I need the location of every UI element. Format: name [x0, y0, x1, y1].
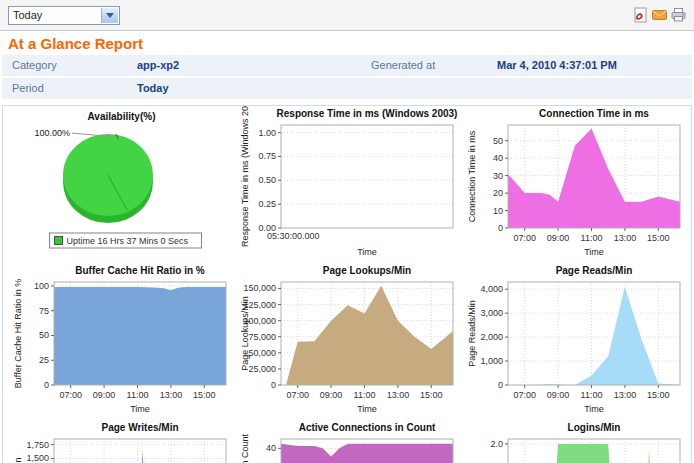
period-value: Today [137, 78, 371, 99]
svg-text:2.0: 2.0 [490, 439, 503, 449]
svg-text:0.25: 0.25 [258, 199, 276, 209]
period-dropdown[interactable]: Today [8, 6, 120, 25]
svg-text:75: 75 [39, 306, 49, 316]
svg-text:Buffer Cache Hit Ratio in %: Buffer Cache Hit Ratio in % [13, 279, 23, 388]
svg-text:50: 50 [493, 136, 503, 146]
svg-text:Time: Time [584, 247, 604, 257]
svg-text:Page Writes/Min: Page Writes/Min [13, 458, 23, 463]
email-icon[interactable] [652, 7, 667, 23]
svg-text:Logins/Min: Logins/Min [568, 422, 621, 433]
toolbar-icons [633, 7, 686, 23]
svg-text:13:00: 13:00 [160, 390, 183, 400]
svg-text:15:00: 15:00 [647, 390, 670, 400]
svg-text:Page Lookups/Min: Page Lookups/Min [323, 265, 411, 276]
info-row-period: Period Today [2, 78, 692, 99]
svg-text:4,000: 4,000 [480, 284, 503, 294]
svg-text:75,000: 75,000 [248, 332, 276, 342]
svg-text:Response Time in ms (Windows 2: Response Time in ms (Windows 2003) [277, 108, 458, 119]
svg-text:150,000: 150,000 [243, 283, 276, 293]
svg-text:Response Time in ms (Windows 2: Response Time in ms (Windows 20 [240, 106, 250, 247]
svg-text:Page Writes/Min: Page Writes/Min [101, 422, 178, 433]
svg-text:40: 40 [266, 443, 276, 453]
svg-text:100: 100 [34, 281, 49, 291]
svg-text:07:00: 07:00 [513, 390, 536, 400]
period-label: Period [12, 78, 137, 99]
svg-text:1.00: 1.00 [258, 128, 276, 138]
svg-text:25: 25 [39, 355, 49, 365]
svg-text:11:00: 11:00 [127, 390, 149, 400]
svg-text:Connection Time in ms: Connection Time in ms [467, 130, 477, 222]
svg-text:0: 0 [498, 380, 503, 390]
svg-text:15:00: 15:00 [193, 390, 216, 400]
print-icon[interactable] [671, 7, 686, 23]
charts-grid: Availability(%)100.00%Uptime 16 Hrs 37 M… [2, 105, 692, 463]
report-info-table: Category app-xp2 Generated at Mar 4, 201… [2, 55, 692, 99]
category-value: app-xp2 [137, 55, 371, 76]
svg-text:Uptime 16 Hrs 37 Mins 0 Secs: Uptime 16 Hrs 37 Mins 0 Secs [67, 236, 189, 246]
chart-active-connections: 01020304007:0009:0011:0013:0015:00Active… [235, 420, 462, 463]
svg-text:13:00: 13:00 [614, 390, 637, 400]
chart-page-lookups-min: 025,00050,00075,000100,000125,000150,000… [235, 263, 462, 420]
svg-text:11:00: 11:00 [581, 233, 603, 243]
svg-text:10: 10 [493, 206, 503, 216]
svg-text:13:00: 13:00 [387, 390, 410, 400]
info-row-category: Category app-xp2 Generated at Mar 4, 201… [2, 55, 692, 76]
svg-text:09:00: 09:00 [547, 233, 570, 243]
svg-text:15:00: 15:00 [647, 233, 670, 243]
svg-text:Active Connections in Count: Active Connections in Count [299, 422, 436, 433]
chart-response-time: 0.000.250.500.751.0005:30:00.000Response… [235, 106, 462, 263]
svg-text:2,000: 2,000 [480, 332, 503, 342]
page-title: At a Glance Report [8, 35, 694, 52]
chart-availability: Availability(%)100.00%Uptime 16 Hrs 37 M… [8, 106, 235, 263]
svg-text:0: 0 [44, 380, 49, 390]
svg-text:07:00: 07:00 [59, 390, 82, 400]
svg-text:1,750: 1,750 [26, 440, 49, 450]
svg-text:Time: Time [584, 404, 604, 414]
svg-text:Availability(%): Availability(%) [88, 111, 156, 122]
svg-text:100.00%: 100.00% [34, 128, 70, 138]
svg-text:Connection Time in ms: Connection Time in ms [539, 108, 649, 119]
chart-connection-time: 0102030405007:0009:0011:0013:0015:00Conn… [462, 106, 689, 263]
chart-page-writes-min: 02505007501,0001,2501,5001,75007:0009:00… [8, 420, 235, 463]
svg-text:1,000: 1,000 [480, 356, 503, 366]
svg-text:50,000: 50,000 [248, 348, 276, 358]
svg-text:0: 0 [271, 380, 276, 390]
svg-text:09:00: 09:00 [547, 390, 570, 400]
svg-text:Page Reads/Min: Page Reads/Min [556, 265, 633, 276]
svg-text:30: 30 [493, 171, 503, 181]
svg-text:09:00: 09:00 [93, 390, 116, 400]
svg-text:1,500: 1,500 [26, 453, 49, 463]
svg-text:25,000: 25,000 [248, 364, 276, 374]
chevron-down-icon[interactable] [101, 8, 118, 23]
svg-text:13:00: 13:00 [614, 233, 637, 243]
svg-text:Active Connections in Count: Active Connections in Count [240, 433, 250, 463]
svg-text:0: 0 [498, 223, 503, 233]
svg-text:20: 20 [493, 188, 503, 198]
svg-text:Page Reads/Min: Page Reads/Min [467, 300, 477, 367]
category-label: Category [12, 55, 137, 76]
svg-text:3,000: 3,000 [480, 308, 503, 318]
svg-text:Page Lookups/Min: Page Lookups/Min [240, 296, 250, 371]
svg-text:05:30:00.000: 05:30:00.000 [267, 231, 320, 241]
chart-logins-min: 0.00.51.01.52.007:0009:0011:0013:0015:00… [462, 420, 689, 463]
chart-page-reads-min: 01,0002,0003,0004,00007:0009:0011:0013:0… [462, 263, 689, 420]
svg-text:50: 50 [39, 330, 49, 340]
svg-text:Time: Time [357, 247, 377, 257]
generated-at-label: Generated at [371, 55, 497, 76]
toolbar: Today [0, 0, 694, 31]
generated-at-value: Mar 4, 2010 4:37:01 PM [497, 55, 692, 76]
svg-text:11:00: 11:00 [354, 390, 376, 400]
svg-text:07:00: 07:00 [286, 390, 309, 400]
svg-text:Time: Time [130, 404, 150, 414]
svg-text:07:00: 07:00 [513, 233, 536, 243]
svg-text:Time: Time [357, 404, 377, 414]
svg-text:40: 40 [493, 153, 503, 163]
svg-text:15:00: 15:00 [420, 390, 443, 400]
svg-text:09:00: 09:00 [320, 390, 343, 400]
svg-text:11:00: 11:00 [581, 390, 603, 400]
pdf-export-icon[interactable] [633, 7, 648, 23]
svg-text:0.75: 0.75 [258, 151, 276, 161]
svg-text:Buffer Cache Hit Ratio in %: Buffer Cache Hit Ratio in % [75, 265, 205, 276]
chart-buffer-cache-hit-ratio: 025507510007:0009:0011:0013:0015:00Buffe… [8, 263, 235, 420]
svg-text:0.50: 0.50 [258, 175, 276, 185]
